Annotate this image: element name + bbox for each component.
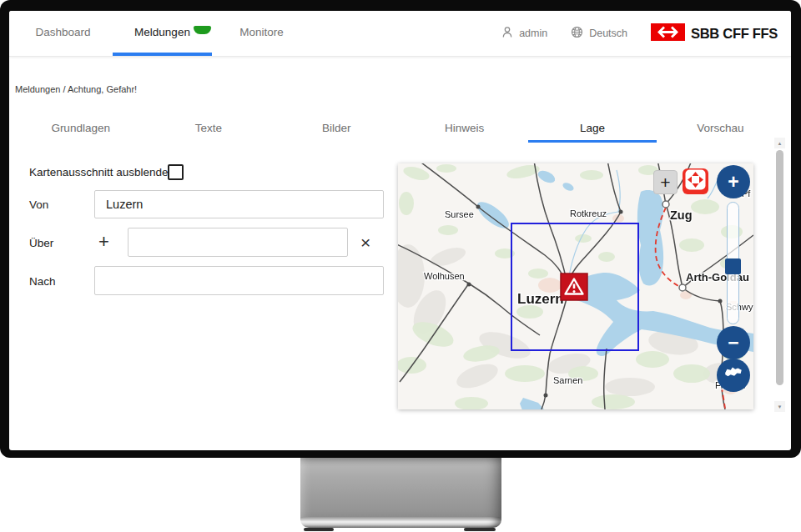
ueber-label: Über: [29, 237, 53, 249]
tab-hinweis[interactable]: Hinweis: [400, 116, 528, 143]
tab-vorschau[interactable]: Vorschau: [657, 116, 784, 143]
stand-body: [300, 458, 501, 520]
breadcrumb: Meldungen / Achtung, Gefahr!: [15, 84, 137, 94]
nav-utilities: admin Deutsch SBB CFF FFS: [501, 11, 791, 56]
nav-item-label: Meldungen: [134, 26, 190, 38]
main-menu: Dashboard Meldungen Monitore: [9, 11, 311, 56]
von-label: Von: [29, 198, 48, 211]
notification-badge: [194, 26, 211, 34]
warning-marker-icon[interactable]: [561, 274, 587, 300]
move-arrows-icon: [683, 167, 708, 196]
clear-via-icon[interactable]: ×: [360, 233, 370, 251]
zoom-out-button[interactable]: −: [717, 326, 750, 359]
language-menu[interactable]: Deutsch: [571, 26, 627, 41]
nav-item-monitore[interactable]: Monitore: [212, 11, 311, 56]
ueber-input[interactable]: [128, 228, 348, 257]
nav-item-meldungen[interactable]: Meldungen: [113, 11, 212, 56]
nav-item-label: Dashboard: [35, 26, 90, 38]
globe-icon: [571, 26, 583, 41]
nav-item-label: Monitore: [239, 26, 284, 38]
brand-wordmark: SBB CFF FFS: [691, 26, 778, 42]
map-label-sarnen: Sarnen: [553, 375, 582, 385]
monitor: Dashboard Meldungen Monitore admin: [0, 0, 801, 532]
sbb-flag-icon: [651, 23, 685, 44]
map-panel[interactable]: Sursee Rotkreuz Zug Wolhusen Luzern Arth…: [398, 163, 753, 409]
scroll-up-arrow[interactable]: ▲: [774, 138, 785, 148]
von-input[interactable]: [94, 190, 384, 218]
sbb-logo: SBB CFF FFS: [651, 23, 778, 44]
user-icon: [501, 26, 513, 41]
stand-foot-right: [464, 528, 496, 531]
tab-bilder[interactable]: Bilder: [273, 116, 400, 143]
monitor-stand: [300, 458, 501, 532]
map-label-wolhusen: Wolhusen: [424, 271, 465, 281]
tab-label: Lage: [580, 122, 605, 134]
map-canvas[interactable]: Sursee Rotkreuz Zug Wolhusen Luzern Arth…: [398, 163, 753, 409]
app-window: Dashboard Meldungen Monitore admin: [9, 11, 791, 450]
language-label: Deutsch: [589, 28, 627, 39]
map-label-luzern: Luzern: [517, 291, 564, 307]
tab-grundlagen[interactable]: Grundlagen: [17, 116, 144, 143]
switzerland-icon: [723, 362, 744, 389]
stand-base: [300, 517, 501, 528]
add-via-icon[interactable]: +: [98, 233, 109, 251]
draw-rectangle-button[interactable]: +: [653, 170, 678, 194]
zoom-slider-handle[interactable]: [725, 258, 741, 274]
reset-view-button[interactable]: [717, 359, 750, 392]
tab-label: Hinweis: [445, 122, 484, 134]
user-menu[interactable]: admin: [501, 26, 547, 41]
page-scrollbar[interactable]: ▲ ▼: [774, 138, 785, 412]
tab-label: Vorschau: [697, 122, 743, 134]
tab-label: Texte: [195, 122, 222, 134]
zoom-in-button[interactable]: +: [717, 165, 750, 198]
stand-foot-left: [304, 528, 334, 531]
map-label-zug: Zug: [670, 208, 693, 222]
scroll-down-arrow[interactable]: ▼: [774, 401, 785, 412]
hide-map-label: Kartenausschnitt ausblenden: [29, 166, 174, 178]
top-nav: Dashboard Meldungen Monitore admin: [9, 11, 791, 57]
tab-label: Bilder: [322, 122, 351, 134]
scrollbar-thumb[interactable]: [776, 150, 783, 385]
move-tool-button[interactable]: [683, 168, 708, 194]
tab-texte[interactable]: Texte: [144, 116, 272, 143]
tab-label: Grundlagen: [51, 122, 110, 134]
map-label-rotkreuz: Rotkreuz: [570, 208, 607, 218]
tab-lage[interactable]: Lage: [528, 116, 656, 143]
nach-input[interactable]: [94, 266, 384, 295]
hide-map-checkbox[interactable]: [168, 164, 184, 180]
user-name: admin: [519, 28, 547, 39]
nav-item-dashboard[interactable]: Dashboard: [13, 11, 113, 56]
tab-bar: Grundlagen Texte Bilder Hinweis Lage Vor…: [17, 116, 784, 143]
nach-label: Nach: [29, 275, 56, 288]
map-label-sursee: Sursee: [445, 209, 474, 219]
